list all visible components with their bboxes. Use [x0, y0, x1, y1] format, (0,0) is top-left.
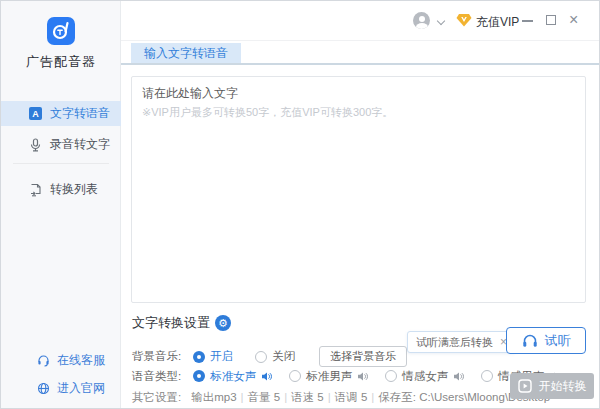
radio-icon[interactable]: [385, 370, 397, 382]
minimize-button[interactable]: [522, 20, 533, 22]
close-button[interactable]: ×: [569, 10, 578, 30]
listen-button[interactable]: 试听: [506, 327, 586, 354]
voice-option-standard-female[interactable]: 标准女声: [193, 369, 272, 384]
listen-button-label: 试听: [545, 332, 571, 350]
bgm-label: 背景音乐:: [132, 349, 181, 364]
separator: |: [280, 391, 291, 403]
headphones-icon: [522, 333, 538, 348]
tab-underline: [121, 63, 599, 65]
headset-support-icon: [37, 354, 50, 367]
speed-value: 语速 5: [291, 390, 324, 405]
convert-button-label: 开始转换: [539, 378, 587, 395]
volume-value: 音量 5: [248, 390, 281, 405]
speaker-icon: [261, 371, 272, 382]
input-placeholder: 请在此处输入文字: [142, 85, 238, 102]
play-icon: [518, 379, 532, 393]
user-avatar[interactable]: [413, 12, 430, 29]
listen-tooltip: 试听满意后转换 ×: [407, 331, 516, 353]
radio-icon[interactable]: [481, 370, 493, 382]
radio-icon[interactable]: [289, 370, 301, 382]
app-window: 广告配音器 A 文字转语音 录音转文字: [0, 0, 600, 409]
bgm-off-option[interactable]: 关闭: [255, 349, 295, 364]
footer-item-label: 进入官网: [57, 380, 105, 397]
maximize-button[interactable]: [546, 15, 556, 25]
sidebar-item-label: 转换列表: [50, 181, 98, 198]
sidebar-item-conversion-list[interactable]: 转换列表: [1, 177, 121, 202]
settings-title-label: 文字转换设置: [132, 314, 210, 332]
text-to-speech-icon: A: [29, 107, 42, 120]
bgm-row: 背景音乐: 开启 关闭 选择背景音乐: [132, 346, 407, 367]
bgm-off-label: 关闭: [272, 349, 295, 364]
voice-type-row: 语音类型: 标准女声 标准男声 情感女声: [132, 368, 560, 384]
other-settings-row: 其它设置: 输出mp3 | 音量 5 | 语速 5 | 语调 5 | 保存至: …: [132, 389, 550, 405]
sidebar-item-label: 录音转文字: [50, 136, 110, 153]
voice-option-label: 标准女声: [210, 369, 256, 384]
conversion-list-icon: [29, 183, 42, 197]
tab-input-text-to-speech[interactable]: 输入文字转语音: [131, 43, 241, 64]
sidebar-item-online-support[interactable]: 在线客服: [1, 350, 121, 370]
sidebar-divider: [13, 163, 109, 164]
tooltip-text: 试听满意后转换: [416, 335, 493, 350]
radio-selected-icon[interactable]: [193, 370, 205, 382]
bgm-on-option[interactable]: 开启: [193, 349, 233, 364]
choose-bgm-button[interactable]: 选择背景音乐: [319, 346, 407, 367]
text-input-area[interactable]: 请在此处输入文字 ※VIP用户最多可转换50字，充值VIP可转换300字。: [131, 76, 586, 303]
settings-title: 文字转换设置 ⚙: [132, 314, 231, 332]
start-convert-button[interactable]: 开始转换: [510, 373, 594, 399]
sidebar: 广告配音器 A 文字转语音 录音转文字: [1, 1, 121, 408]
speaker-icon: [357, 371, 368, 382]
sidebar-item-label: 文字转语音: [50, 105, 110, 122]
app-logo-icon: [47, 17, 75, 45]
radio-off-icon[interactable]: [255, 351, 267, 363]
globe-icon: [37, 382, 50, 395]
voice-option-label: 标准男声: [306, 369, 352, 384]
separator: |: [367, 391, 378, 403]
microphone-icon: [29, 138, 42, 152]
recharge-vip-button[interactable]: 充值VIP: [476, 14, 519, 31]
app-title: 广告配音器: [1, 53, 121, 71]
vip-limit-note: ※VIP用户最多可转换50字，充值VIP可转换300字。: [142, 105, 393, 120]
voice-option-label: 情感女声: [402, 369, 448, 384]
output-format-value: 输出mp3: [191, 390, 236, 405]
voice-option-emotional-female[interactable]: 情感女声: [385, 369, 464, 384]
other-settings-label: 其它设置:: [132, 390, 181, 405]
separator: |: [237, 391, 248, 403]
bgm-on-label: 开启: [210, 349, 233, 364]
vip-crown-icon[interactable]: [456, 12, 472, 28]
sidebar-item-speech-to-text[interactable]: 录音转文字: [1, 132, 121, 157]
separator: |: [324, 391, 335, 403]
sidebar-item-text-to-speech[interactable]: A 文字转语音: [1, 101, 121, 126]
voice-option-standard-male[interactable]: 标准男声: [289, 369, 368, 384]
radio-on-icon[interactable]: [193, 351, 205, 363]
gear-icon[interactable]: ⚙: [215, 315, 231, 331]
tone-value: 语调 5: [335, 390, 368, 405]
speaker-icon: [453, 371, 464, 382]
sidebar-item-official-site[interactable]: 进入官网: [1, 378, 121, 398]
footer-item-label: 在线客服: [57, 352, 105, 369]
voice-type-label: 语音类型:: [132, 369, 181, 384]
